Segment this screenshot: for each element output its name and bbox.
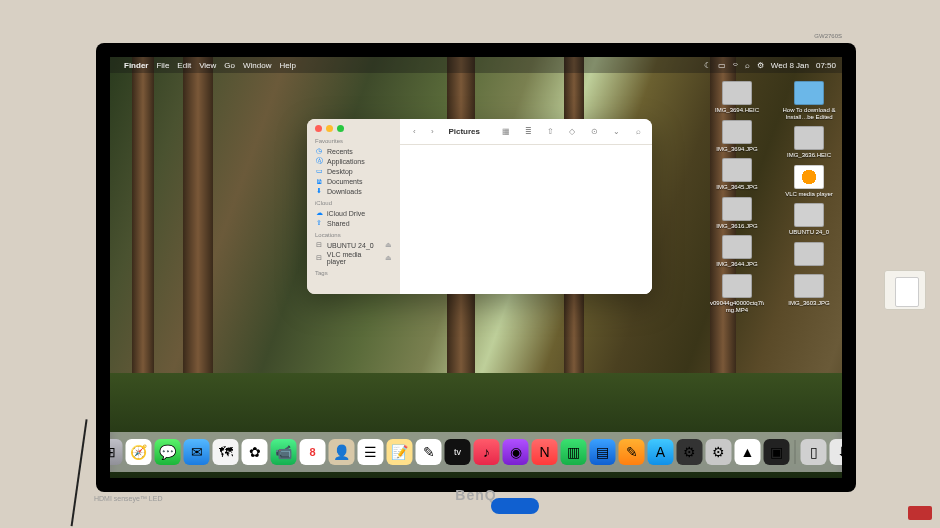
group-button[interactable]: ≣ <box>522 126 534 138</box>
battery-icon[interactable]: ▭ <box>718 61 726 70</box>
desktop-file[interactable]: IMG_3616.JPG <box>710 197 764 230</box>
menubar: Finder File Edit View Go Window Help ☾ ▭… <box>110 57 842 73</box>
menu-edit[interactable]: Edit <box>177 61 191 70</box>
dock-calendar[interactable]: 8 <box>300 439 326 465</box>
sidebar-item-vlc[interactable]: ⊟VLC media player⏏ <box>315 250 392 266</box>
dock: ☻ ⊞ 🧭 💬 ✉ 🗺 ✿ 📹 8 👤 ☰ 📝 ✎ tv ♪ ◉ N ▥ ▤ ✎… <box>110 432 842 472</box>
menu-go[interactable]: Go <box>224 61 235 70</box>
dock-terminal[interactable]: ▣ <box>764 439 790 465</box>
share-button[interactable]: ⇧ <box>544 126 556 138</box>
dock-safari[interactable]: 🧭 <box>126 439 152 465</box>
dock-photos[interactable]: ✿ <box>242 439 268 465</box>
dock-appstore[interactable]: A <box>648 439 674 465</box>
menu-view[interactable]: View <box>199 61 216 70</box>
dock-notes[interactable]: 📝 <box>387 439 413 465</box>
chevron-down-icon[interactable]: ⌄ <box>610 126 622 138</box>
dock-iphone-mirror[interactable]: ▯ <box>801 439 827 465</box>
sidebar-item-applications[interactable]: ⒶApplications <box>315 156 392 166</box>
finder-toolbar: ‹ › Pictures ▦ ≣ ⇧ ◇ ⊙ ⌄ ⌕ <box>400 119 652 145</box>
dock-keynote[interactable]: ▤ <box>590 439 616 465</box>
apps-icon: Ⓐ <box>315 157 323 165</box>
view-icons-button[interactable]: ▦ <box>500 126 512 138</box>
sidebar-item-icloud-drive[interactable]: ☁iCloud Drive <box>315 208 392 218</box>
sidebar-item-downloads[interactable]: ⬇Downloads <box>315 186 392 196</box>
sidebar-item-ubuntu[interactable]: ⊟UBUNTU 24_0⏏ <box>315 240 392 250</box>
desktop-file[interactable]: v09044g40000ctq7foveg…mg.MP4 <box>710 274 764 313</box>
dock-podcasts[interactable]: ◉ <box>503 439 529 465</box>
low-blue-light-sticker <box>491 498 539 514</box>
desktop-folder[interactable]: How To download & Install…be Edited <box>782 81 836 120</box>
menu-file[interactable]: File <box>156 61 169 70</box>
monitor-port-label: HDMI senseye™ LED <box>94 495 162 502</box>
menubar-app[interactable]: Finder <box>124 61 148 70</box>
dock-numbers[interactable]: ▥ <box>561 439 587 465</box>
screen: Finder File Edit View Go Window Help ☾ ▭… <box>110 57 842 478</box>
desktop-file[interactable]: IMG_3636.HEIC <box>782 126 836 159</box>
finder-window[interactable]: Favourites ◷Recents ⒶApplications ▭Deskt… <box>307 119 652 294</box>
control-center-icon[interactable]: ⚙ <box>757 61 764 70</box>
download-icon: ⬇ <box>315 187 323 195</box>
dock-freeform[interactable]: ✎ <box>416 439 442 465</box>
sidebar-item-documents[interactable]: 🗎Documents <box>315 176 392 186</box>
desk-object <box>908 506 932 520</box>
monitor-brand: BenQ <box>455 487 496 503</box>
eject-icon[interactable]: ⏏ <box>385 241 392 249</box>
sidebar-section-tags: Tags <box>315 270 392 276</box>
desktop-file[interactable]: IMG_3694.HEIC <box>710 81 764 114</box>
window-controls <box>315 125 392 132</box>
sidebar-section-icloud: iCloud <box>315 200 392 206</box>
dock-pages[interactable]: ✎ <box>619 439 645 465</box>
dock-downloads[interactable]: ⬇ <box>830 439 843 465</box>
zoom-button[interactable] <box>337 125 344 132</box>
menubar-date[interactable]: Wed 8 Jan <box>771 61 809 70</box>
shared-icon: ⇪ <box>315 219 323 227</box>
monitor-model: GW2760S <box>814 33 842 39</box>
menu-help[interactable]: Help <box>279 61 295 70</box>
document-icon: 🗎 <box>315 177 323 185</box>
eject-icon[interactable]: ⏏ <box>385 254 392 262</box>
dock-reminders[interactable]: ☰ <box>358 439 384 465</box>
dock-music[interactable]: ♪ <box>474 439 500 465</box>
dock-contacts[interactable]: 👤 <box>329 439 355 465</box>
forward-button[interactable]: › <box>426 126 438 138</box>
dock-separator <box>795 440 796 464</box>
menubar-time[interactable]: 07:50 <box>816 61 836 70</box>
close-button[interactable] <box>315 125 322 132</box>
dock-mail[interactable]: ✉ <box>184 439 210 465</box>
dock-launchpad[interactable]: ⊞ <box>110 439 123 465</box>
sidebar-item-desktop[interactable]: ▭Desktop <box>315 166 392 176</box>
monitor-frame: GW2760S Finder File Edit View Go Window … <box>96 43 856 492</box>
desktop-app-vlc[interactable]: VLC media player <box>782 165 836 198</box>
sidebar-item-shared[interactable]: ⇪Shared <box>315 218 392 228</box>
dnd-icon[interactable]: ☾ <box>704 61 711 70</box>
search-button[interactable]: ⌕ <box>632 126 644 138</box>
desktop-file[interactable]: IMG_3603.JPG <box>782 274 836 307</box>
desktop-icons: IMG_3694.HEIC IMG_3694.JPG IMG_3645.JPG … <box>710 81 836 313</box>
menu-window[interactable]: Window <box>243 61 271 70</box>
finder-main: ‹ › Pictures ▦ ≣ ⇧ ◇ ⊙ ⌄ ⌕ <box>400 119 652 294</box>
finder-sidebar: Favourites ◷Recents ⒶApplications ▭Deskt… <box>307 119 400 294</box>
dock-tv[interactable]: tv <box>445 439 471 465</box>
dock-facetime[interactable]: 📹 <box>271 439 297 465</box>
dock-utility[interactable]: ⚙ <box>677 439 703 465</box>
minimize-button[interactable] <box>326 125 333 132</box>
action-button[interactable]: ⊙ <box>588 126 600 138</box>
dock-maps[interactable]: 🗺 <box>213 439 239 465</box>
desktop-drive[interactable]: UBUNTU 24_0 <box>782 203 836 236</box>
drive-icon: ⊟ <box>315 241 323 249</box>
dock-vlc[interactable]: ▲ <box>735 439 761 465</box>
back-button[interactable]: ‹ <box>408 126 420 138</box>
dock-settings[interactable]: ⚙ <box>706 439 732 465</box>
spotlight-icon[interactable]: ⌕ <box>745 61 750 70</box>
finder-content-empty[interactable] <box>400 145 652 294</box>
desktop-file[interactable]: IMG_3644.JPG <box>710 235 764 268</box>
cloud-icon: ☁ <box>315 209 323 217</box>
dock-messages[interactable]: 💬 <box>155 439 181 465</box>
wifi-icon[interactable]: ⌔ <box>733 61 738 70</box>
tags-button[interactable]: ◇ <box>566 126 578 138</box>
dock-news[interactable]: N <box>532 439 558 465</box>
sidebar-item-recents[interactable]: ◷Recents <box>315 146 392 156</box>
desktop-file[interactable]: IMG_3645.JPG <box>710 158 764 191</box>
desktop-file[interactable]: IMG_3694.JPG <box>710 120 764 153</box>
desktop-file[interactable] <box>782 242 836 268</box>
